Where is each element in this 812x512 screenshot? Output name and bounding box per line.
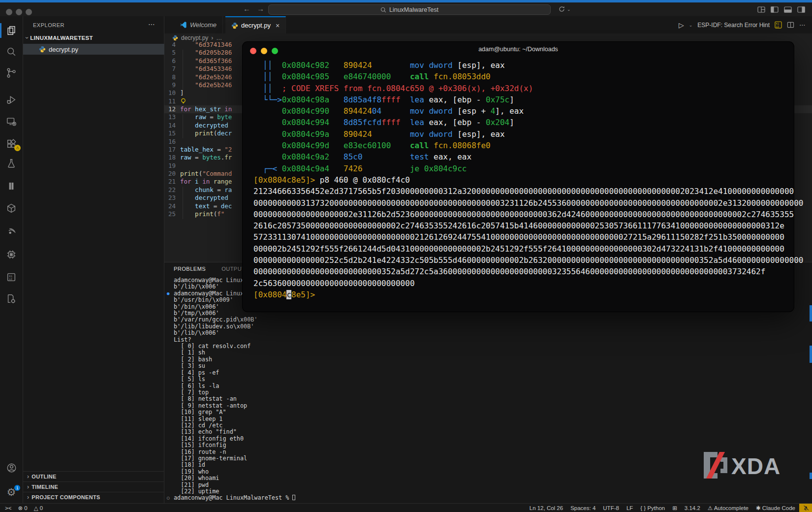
remote-indicator[interactable]: >< [5, 505, 11, 511]
python-icon [172, 35, 178, 41]
panel-line: [ 4] ps -ef [174, 370, 295, 376]
screen: ← → LinuxMalwareTest ⌄ [0, 0, 812, 512]
sidebar-item-search[interactable] [0, 43, 23, 60]
account-button[interactable] [0, 459, 23, 476]
tab-problems[interactable]: PROBLEMS [174, 266, 206, 272]
breadcrumb-more: … [216, 34, 222, 41]
terminal-line: 000002b2451292f555f2661244d5d04310000000… [253, 243, 790, 255]
toggle-primary-sidebar-icon[interactable] [771, 6, 779, 13]
line-number: 4 [164, 41, 176, 49]
python-icon [39, 46, 46, 53]
kconfig-icon: K1L0 [6, 272, 17, 283]
tab-welcome[interactable]: Welcome [174, 16, 223, 33]
panel-line: [13] echo "find" [174, 429, 295, 435]
encoding[interactable]: UTF-8 [603, 505, 619, 511]
copilot-menu[interactable]: ⌄ [558, 5, 571, 13]
panel-line: [14] ifconfig eth0 [174, 436, 295, 442]
sidebar-item-source-control[interactable] [0, 64, 23, 81]
warnings[interactable]: △ 0 [34, 505, 43, 512]
folder-row[interactable]: › LINUXMALWARETEST [26, 34, 93, 41]
line-number: 17 [164, 146, 176, 154]
zoom-window-button[interactable] [26, 9, 32, 15]
panel-line: [21] pwd [174, 482, 295, 488]
section-timeline[interactable]: › TIMELINE [23, 481, 164, 492]
more-actions-icon[interactable]: ⋯ [148, 20, 155, 28]
terminal-line: ││ 0x0804c982 890424 mov dword [esp], ea… [253, 60, 790, 71]
breadcrumb-file: decrypt.py [181, 34, 208, 41]
line-number: 7 [164, 65, 176, 73]
toggle-secondary-sidebar-icon[interactable] [797, 6, 805, 13]
terminal-line: ││ ; CODE XREFS from fcn.0804c650 @ +0x3… [253, 83, 790, 94]
sidebar-item-explorer[interactable] [0, 22, 23, 39]
cursor-position[interactable]: Ln 12, Col 26 [530, 505, 563, 511]
line-number: 20 [164, 170, 176, 178]
status-right: Ln 12, Col 26Spaces: 4UTF-8LF{ } Python⊞… [530, 504, 795, 512]
panel-line: b'/lib/\x006' [174, 330, 295, 336]
run-button[interactable]: ▷ [679, 21, 684, 29]
do-not-disturb-button[interactable] [799, 504, 812, 512]
close-window-button[interactable] [6, 9, 12, 15]
sidebar-item-container[interactable] [0, 200, 23, 217]
sidebar-item-testing[interactable] [0, 155, 23, 172]
minimize-window-button[interactable] [16, 9, 22, 15]
terminal-content[interactable]: ││ 0x0804c982 890424 mov dword [esp], ea… [253, 60, 790, 300]
shell-cursor [292, 495, 295, 500]
sidebar-item-kconfig[interactable]: K1L0 [0, 269, 23, 286]
editor-tab-bar: Welcome decrypt.py × ▷ ⌄ ESP-IDF: Search… [164, 16, 812, 33]
line-number: 5 [164, 49, 176, 57]
chevron-right-icon: › [27, 483, 29, 490]
line-number: 18 [164, 154, 176, 161]
chevron-down-icon: › [24, 37, 31, 39]
indentation[interactable]: Spaces: 4 [570, 505, 595, 511]
line-number: 16 [164, 138, 176, 146]
edge-sliver [810, 305, 812, 321]
section-project-components[interactable]: › PROJECT COMPONENTS [23, 492, 164, 502]
python-env-icon[interactable]: ⊞ [672, 505, 677, 512]
panel-line: b'/lib/libudev.so\x00B' [174, 323, 295, 330]
sidebar-item-extensions[interactable]: ⚠ [0, 135, 23, 152]
sidebar-item-chip[interactable] [0, 246, 23, 263]
close-icon[interactable]: × [276, 22, 280, 30]
file-gear-icon [6, 293, 17, 304]
pause-icon [6, 181, 17, 192]
sidebar-item-pause[interactable] [0, 178, 23, 194]
sidebar-item-remote-explorer[interactable] [0, 113, 23, 130]
panel-line: [17] gnome-terminal [174, 455, 295, 462]
tab-output[interactable]: OUTPUT [221, 266, 245, 272]
autocomplete[interactable]: ⚠ Autocomplete [708, 505, 749, 512]
terminal-line: 0x0804c9a2 85c0 test eax, eax [253, 151, 790, 162]
tab-decrypt-py[interactable]: decrypt.py × [225, 16, 286, 33]
line-number: 24 [164, 202, 176, 210]
claude-code[interactable]: ✱ Claude Code [756, 505, 795, 512]
esp-idf-icon[interactable]: K1L0 [775, 21, 782, 29]
errors[interactable]: ⊗ 0 [18, 505, 27, 512]
customize-layout-icon[interactable] [757, 6, 765, 13]
sidebar-item-esp-idf[interactable] [0, 223, 23, 240]
python-version[interactable]: 3.14.2 [685, 505, 700, 511]
section-outline[interactable]: › OUTLINE [23, 471, 164, 481]
line-number: 10 [164, 89, 176, 97]
terminal-line: 0x0804c994 8d85fcfdffff lea eax, [ebp - … [253, 117, 790, 128]
more-actions-icon[interactable]: ⋯ [799, 22, 805, 29]
sidebar-item-run-debug[interactable] [0, 92, 23, 108]
file-row-decrypt-py[interactable]: decrypt.py [23, 44, 164, 55]
svg-text:XDA: XDA [731, 453, 781, 479]
settings-button[interactable]: ⚙ 1 [0, 484, 23, 501]
split-editor-icon[interactable] [787, 21, 794, 29]
breadcrumb-separator: › [211, 34, 213, 41]
toggle-panel-icon[interactable] [784, 6, 792, 13]
language-mode[interactable]: { } Python [640, 505, 665, 511]
section-label: PROJECT COMPONENTS [31, 494, 100, 500]
command-center-search[interactable]: LinuxMalwareTest [268, 4, 551, 15]
forward-arrow-icon[interactable]: → [257, 4, 264, 13]
sidebar-item-file-settings[interactable] [0, 290, 23, 307]
lightbulb-icon[interactable] [180, 98, 187, 104]
tab-label: Welcome [190, 21, 217, 29]
terminal-line: 2c56360000000000000000000000000000 [253, 278, 790, 289]
terminal-window[interactable]: adam@ubuntu: ~/Downloads ││ 0x0804c982 8… [243, 42, 794, 312]
esp-idf-hint[interactable]: ESP-IDF: Search Error Hint [697, 22, 770, 29]
eol[interactable]: LF [626, 505, 633, 511]
chevron-down-icon[interactable]: ⌄ [689, 23, 693, 28]
back-arrow-icon[interactable]: ← [243, 4, 250, 13]
chevron-right-icon: › [27, 473, 29, 480]
